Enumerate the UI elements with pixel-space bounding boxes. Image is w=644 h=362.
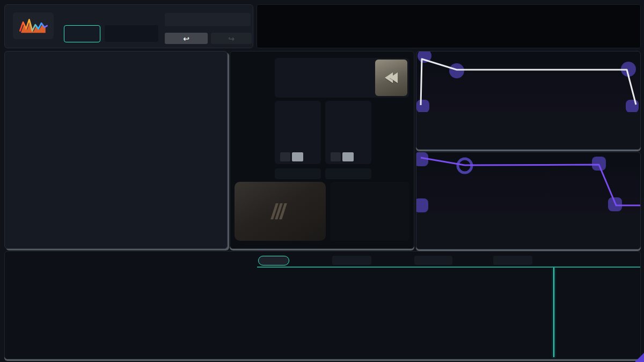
redo-button[interactable]: ↪ xyxy=(211,33,252,44)
speed-quantize-row xyxy=(280,152,306,161)
sequencer-playhead xyxy=(553,268,554,357)
center-controls-panel xyxy=(230,51,414,249)
undo-icon: ↩ xyxy=(183,34,189,43)
envelope-2-handles xyxy=(416,152,622,212)
envelope-panel-2 xyxy=(416,152,641,249)
super-stutter-logo-card xyxy=(235,182,326,241)
waveform-logo-icon xyxy=(18,16,49,36)
rewind-icon-2 xyxy=(390,72,398,83)
logo-bars xyxy=(270,203,287,219)
envelope-1-handles xyxy=(416,51,639,112)
sequencer-on-button[interactable] xyxy=(258,256,289,265)
sequencer-divider xyxy=(257,267,640,268)
pad-matrix-panel xyxy=(4,51,228,249)
waveform-overview[interactable] xyxy=(257,4,641,48)
rewind-button[interactable] xyxy=(375,60,407,96)
speed-box xyxy=(275,101,321,164)
glide-value[interactable] xyxy=(325,168,371,179)
undo-button[interactable]: ↩ xyxy=(165,33,208,44)
preset-name-field[interactable] xyxy=(165,13,251,26)
glide-label[interactable] xyxy=(275,168,321,179)
length-field[interactable] xyxy=(414,256,452,265)
speed-q-button[interactable] xyxy=(280,152,290,161)
redo-icon: ↪ xyxy=(228,34,235,43)
bottom-panel xyxy=(4,251,641,359)
fx-box xyxy=(275,58,409,98)
speed-r-button[interactable] xyxy=(292,152,303,161)
header-bar: ↩ ↪ xyxy=(4,4,253,48)
pitch-box xyxy=(325,101,371,164)
plugin-logo xyxy=(13,12,54,39)
envelope-2-line xyxy=(421,158,640,205)
pitch-q-button[interactable] xyxy=(331,152,341,161)
envelope-1-editor[interactable] xyxy=(416,51,640,112)
envelope-panel-1 xyxy=(416,51,641,150)
pitch-quantize-row xyxy=(331,152,357,161)
resize-grip[interactable] xyxy=(635,353,644,362)
pitch-r-button[interactable] xyxy=(342,152,354,161)
quantize-on-button[interactable] xyxy=(64,25,100,42)
start-field[interactable] xyxy=(332,256,371,265)
quantize-value-field[interactable] xyxy=(105,25,158,42)
super-stutter-plugin-window: ↩ ↪ xyxy=(0,0,644,362)
mix-box xyxy=(330,182,409,241)
duration-field[interactable] xyxy=(493,256,532,265)
envelope-2-editor[interactable] xyxy=(416,152,640,213)
